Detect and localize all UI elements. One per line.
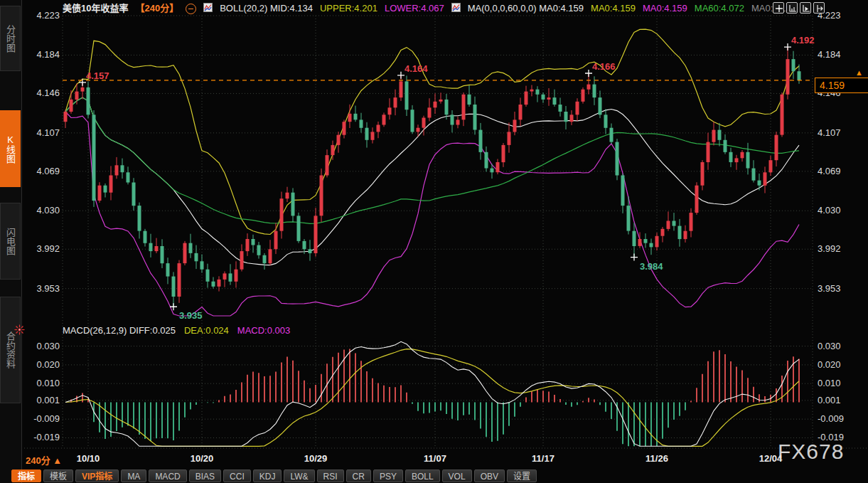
toolbar-button-OBV[interactable]: OBV (474, 469, 505, 482)
price-tick: 4.069 (818, 166, 860, 176)
chart-tool-row (773, 2, 825, 14)
reset-axis-icon[interactable] (786, 2, 798, 14)
main-header-segment-9: MA(0,0,0,60,0,0) MA0:4.159 (468, 3, 584, 14)
toolbar-button-KDJ[interactable]: KDJ (253, 469, 282, 482)
toolbar-button-LW&[interactable]: LW& (284, 469, 314, 482)
toolbar-button-CR[interactable]: CR (346, 469, 371, 482)
macd-tick: 0.030 (818, 341, 860, 351)
price-tick: 4.223 (21, 10, 60, 21)
main-header-segment-12: MA60:4.072 (695, 3, 744, 14)
toolbar-button-CCI[interactable]: CCI (223, 469, 251, 482)
price-tick: 4.184 (21, 49, 60, 60)
macd-tick: 0.001 (818, 395, 860, 405)
price-tick: 4.030 (21, 205, 60, 216)
macd-tick: 0.001 (21, 395, 60, 405)
toolbar-button-RSI[interactable]: RSI (317, 469, 344, 482)
price-tick: 3.953 (21, 283, 60, 294)
main-indicator-header: 美债10年收益率【240分】BOLL(20,2) MID:4.134UPPER:… (63, 2, 796, 15)
price-tick: 3.953 (818, 283, 860, 294)
indicator-toolbar: 指标模板VIP指标MAMACDBIASCCIKDJLW&RSICRPSYBOLL… (11, 469, 537, 482)
toolbar-button-MA[interactable]: MA (121, 469, 146, 482)
price-tick: 3.992 (21, 243, 60, 254)
main-header-segment-6: UPPER:4.201 (320, 3, 377, 14)
price-tick: 4.069 (21, 166, 60, 176)
toolbar-button-模板[interactable]: 模板 (43, 469, 73, 482)
price-tick: 4.030 (818, 205, 860, 216)
sidebar-item-1[interactable]: 分时图 (0, 6, 21, 71)
main-header-segment-5: BOLL(20,2) MID:4.134 (220, 3, 313, 14)
toolbar-button-PSY[interactable]: PSY (373, 469, 403, 482)
sidebar: 分时图K线图闪电图合约资料 (0, 0, 22, 483)
toolbar-button-VOL[interactable]: VOL (442, 469, 472, 482)
price-tick: 4.184 (818, 49, 860, 60)
macd-header-segment-1: MACD(26,12,9) DIFF:0.025 (63, 325, 176, 336)
date-tick: 11/26 (645, 453, 668, 464)
mini-chart-icon (451, 3, 461, 14)
period-label[interactable]: 240分 ▲ (26, 453, 62, 467)
macd-tick: 0.010 (818, 378, 860, 388)
main-header-segment-2: 【240分】 (135, 3, 178, 14)
sidebar-item-3[interactable]: 闪电图 (0, 203, 21, 280)
main-header-segment-7: LOWER:4.067 (385, 3, 444, 14)
macd-tick: 0.030 (21, 341, 60, 351)
current-price-badge: 4.159 (815, 78, 868, 93)
period-arrow-icon: ▲ (53, 455, 62, 466)
toolbar-button-BOLL[interactable]: BOLL (405, 469, 440, 482)
svg-text:3.935: 3.935 (179, 310, 203, 321)
macd-tick: -0.019 (21, 432, 60, 442)
sidebar-item-4[interactable]: 合约资料 (0, 297, 21, 403)
macd-indicator-header: MACD(26,12,9) DIFF:0.025DEA:0.024MACD:0.… (63, 325, 290, 336)
svg-text:4.192: 4.192 (791, 35, 815, 46)
svg-text:3.984: 3.984 (640, 261, 663, 272)
main-header-segment-11: MA0:4.159 (643, 3, 687, 14)
price-up-arrow-icon: ▲ (855, 69, 863, 76)
date-tick: 10/29 (304, 453, 328, 464)
date-tick: 11/17 (532, 453, 554, 464)
watermark: FX678 (778, 440, 844, 464)
indicator-burst-icon[interactable] (14, 324, 25, 335)
main-header-segment-10: MA0:4.159 (591, 3, 636, 14)
date-tick: 11/07 (424, 453, 446, 464)
price-tick: 4.107 (818, 127, 860, 138)
macd-tick: 0.010 (21, 378, 60, 388)
move-chart-icon[interactable] (773, 2, 784, 14)
toolbar-button-BIAS[interactable]: BIAS (189, 469, 221, 482)
chart-canvas[interactable]: 4.1573.9354.1644.1663.9844.192 (0, 0, 868, 483)
macd-header-segment-2: DEA:0.024 (184, 325, 229, 336)
svg-text:4.164: 4.164 (404, 63, 428, 74)
macd-header-segment-3: MACD:0.003 (237, 325, 290, 336)
toolbar-button-VIP指标[interactable]: VIP指标 (75, 469, 119, 482)
collapse-indicator-icon[interactable] (186, 4, 196, 14)
pan-right-icon[interactable] (813, 2, 825, 14)
zoom-next-icon[interactable] (800, 2, 811, 14)
price-tick: 4.107 (21, 127, 60, 138)
macd-tick: 0.020 (818, 359, 860, 370)
sidebar-item-2[interactable]: K线图 (0, 110, 21, 187)
svg-text:4.166: 4.166 (592, 61, 616, 72)
macd-tick: -0.009 (818, 413, 860, 424)
toolbar-button-指标[interactable]: 指标 (11, 469, 41, 482)
macd-tick: 0.020 (21, 359, 60, 370)
toolbar-button-设置[interactable]: 设置 (507, 469, 537, 482)
mini-chart-icon (203, 3, 213, 14)
toolbar-button-MACD[interactable]: MACD (149, 469, 186, 482)
macd-tick: -0.009 (21, 413, 60, 424)
main-header-segment-1: 美债10年收益率 (63, 3, 128, 14)
svg-text:4.157: 4.157 (86, 70, 109, 81)
price-tick: 4.146 (21, 87, 60, 98)
date-tick: 10/20 (191, 453, 214, 464)
price-tick: 3.992 (818, 243, 860, 254)
date-tick: 10/10 (77, 453, 100, 464)
